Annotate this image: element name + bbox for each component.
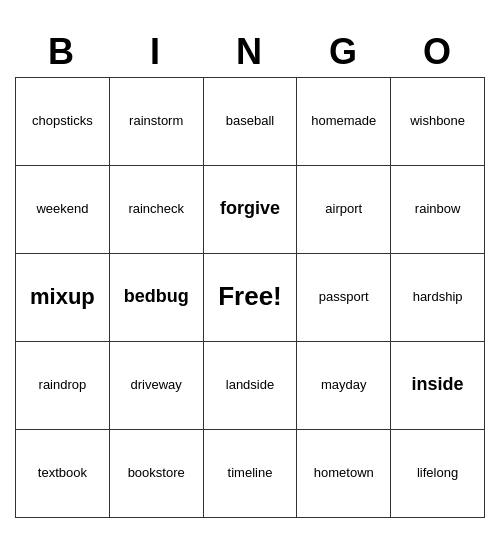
bingo-cell: rainbow [391, 166, 485, 254]
cell-text: mixup [30, 284, 95, 310]
bingo-cell: hometown [297, 430, 391, 518]
cell-text: raindrop [39, 377, 87, 393]
bingo-cell: driveway [110, 342, 204, 430]
cell-text: wishbone [410, 113, 465, 129]
cell-text: bedbug [124, 286, 189, 308]
header-letter-g: G [297, 27, 391, 77]
cell-text: weekend [36, 201, 88, 217]
cell-text: rainbow [415, 201, 461, 217]
bingo-cell: timeline [204, 430, 298, 518]
bingo-grid: chopsticksrainstormbaseballhomemadewishb… [15, 77, 485, 518]
bingo-cell: textbook [16, 430, 110, 518]
cell-text: homemade [311, 113, 376, 129]
cell-text: passport [319, 289, 369, 305]
bingo-cell: Free! [204, 254, 298, 342]
cell-text: airport [325, 201, 362, 217]
cell-text: baseball [226, 113, 274, 129]
header-letter-b: B [15, 27, 109, 77]
bingo-cell: lifelong [391, 430, 485, 518]
cell-text: Free! [218, 281, 282, 312]
cell-text: hardship [413, 289, 463, 305]
bingo-cell: mayday [297, 342, 391, 430]
bingo-header: BINGO [15, 27, 485, 77]
bingo-cell: forgive [204, 166, 298, 254]
bingo-card: BINGO chopsticksrainstormbaseballhomemad… [15, 27, 485, 518]
cell-text: lifelong [417, 465, 458, 481]
bingo-cell: chopsticks [16, 78, 110, 166]
bingo-cell: raincheck [110, 166, 204, 254]
bingo-cell: bedbug [110, 254, 204, 342]
cell-text: timeline [228, 465, 273, 481]
cell-text: raincheck [128, 201, 184, 217]
cell-text: inside [412, 374, 464, 396]
cell-text: chopsticks [32, 113, 93, 129]
bingo-cell: airport [297, 166, 391, 254]
bingo-cell: passport [297, 254, 391, 342]
bingo-cell: raindrop [16, 342, 110, 430]
cell-text: textbook [38, 465, 87, 481]
header-letter-i: I [109, 27, 203, 77]
cell-text: bookstore [128, 465, 185, 481]
bingo-cell: rainstorm [110, 78, 204, 166]
bingo-cell: homemade [297, 78, 391, 166]
cell-text: mayday [321, 377, 367, 393]
bingo-cell: hardship [391, 254, 485, 342]
cell-text: hometown [314, 465, 374, 481]
header-letter-o: O [391, 27, 485, 77]
bingo-cell: bookstore [110, 430, 204, 518]
cell-text: forgive [220, 198, 280, 220]
bingo-cell: weekend [16, 166, 110, 254]
header-letter-n: N [203, 27, 297, 77]
bingo-cell: wishbone [391, 78, 485, 166]
cell-text: driveway [131, 377, 182, 393]
bingo-cell: inside [391, 342, 485, 430]
cell-text: landside [226, 377, 274, 393]
bingo-cell: landside [204, 342, 298, 430]
cell-text: rainstorm [129, 113, 183, 129]
bingo-cell: mixup [16, 254, 110, 342]
bingo-cell: baseball [204, 78, 298, 166]
